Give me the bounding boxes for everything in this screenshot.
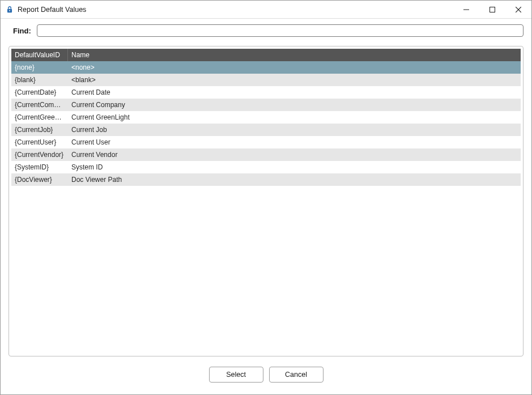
maximize-button[interactable]	[479, 1, 505, 19]
cell-name: Current User	[68, 138, 521, 146]
cell-default-value-id: {CurrentCompany}	[11, 101, 68, 109]
cell-default-value-id: {SystemID}	[11, 163, 68, 171]
minimize-button[interactable]	[453, 1, 479, 19]
svg-point-1	[9, 10, 10, 11]
default-values-grid[interactable]: DefaultValueID Name {none}<none>{blank}<…	[11, 49, 521, 354]
table-row[interactable]: {CurrentVendor}Current Vendor	[11, 148, 521, 161]
column-header-name[interactable]: Name	[68, 49, 521, 61]
cell-name: Doc Viewer Path	[68, 176, 521, 184]
table-row[interactable]: {none}<none>	[11, 61, 521, 74]
close-button[interactable]	[505, 1, 531, 19]
table-row[interactable]: {DocViewer}Doc Viewer Path	[11, 173, 521, 186]
cell-name: <blank>	[68, 76, 521, 84]
dialog-window: Report Default Values Find: DefaultValue…	[0, 0, 532, 395]
cell-default-value-id: {CurrentVendor}	[11, 151, 68, 159]
cell-default-value-id: {CurrentDate}	[11, 88, 68, 96]
cell-default-value-id: {blank}	[11, 76, 68, 84]
column-header-id[interactable]: DefaultValueID	[11, 49, 68, 61]
table-row[interactable]: {CurrentGreenLig...Current GreenLight	[11, 111, 521, 124]
table-row[interactable]: {CurrentCompany}Current Company	[11, 99, 521, 111]
lock-icon	[5, 5, 14, 14]
window-title: Report Default Values	[18, 6, 86, 14]
cell-name: Current Job	[68, 126, 521, 134]
table-row[interactable]: {CurrentUser}Current User	[11, 136, 521, 148]
table-row[interactable]: {SystemID}System ID	[11, 161, 521, 173]
cell-name: <none>	[68, 63, 521, 71]
cell-name: Current Vendor	[68, 151, 521, 159]
cell-name: Current GreenLight	[68, 113, 521, 121]
svg-rect-3	[490, 7, 495, 12]
cancel-button[interactable]: Cancel	[269, 367, 324, 383]
grid-body: {none}<none>{blank}<blank>{CurrentDate}C…	[11, 61, 521, 186]
find-label: Find:	[13, 27, 31, 35]
cell-name: Current Company	[68, 101, 521, 109]
cell-name: System ID	[68, 163, 521, 171]
table-row[interactable]: {CurrentJob}Current Job	[11, 124, 521, 136]
find-input[interactable]	[37, 24, 524, 37]
cell-default-value-id: {DocViewer}	[11, 176, 68, 184]
cell-default-value-id: {CurrentUser}	[11, 138, 68, 146]
cell-default-value-id: {CurrentGreenLig...	[11, 113, 68, 121]
cell-default-value-id: {none}	[11, 63, 68, 71]
grid-panel: DefaultValueID Name {none}<none>{blank}<…	[8, 46, 524, 356]
titlebar: Report Default Values	[1, 1, 531, 19]
grid-header: DefaultValueID Name	[11, 49, 521, 61]
cell-default-value-id: {CurrentJob}	[11, 126, 68, 134]
find-row: Find:	[1, 19, 531, 39]
dialog-footer: Select Cancel	[1, 363, 531, 389]
table-row[interactable]: {blank}<blank>	[11, 74, 521, 86]
cell-name: Current Date	[68, 88, 521, 96]
table-row[interactable]: {CurrentDate}Current Date	[11, 86, 521, 99]
svg-rect-2	[463, 9, 469, 10]
select-button[interactable]: Select	[209, 367, 263, 383]
